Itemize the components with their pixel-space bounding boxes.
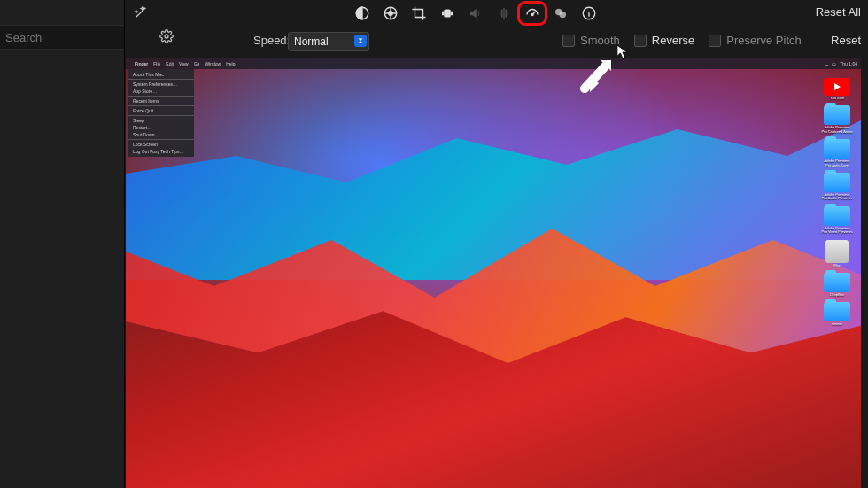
library-sidebar (0, 0, 125, 488)
reset-button[interactable]: Reset (831, 34, 861, 47)
svg-point-7 (531, 13, 533, 15)
annotation-arrow-icon (579, 58, 615, 94)
speed-icon[interactable] (524, 5, 540, 21)
macos-wallpaper (126, 58, 861, 488)
color-balance-icon[interactable] (354, 5, 370, 21)
magic-wand-icon[interactable] (133, 4, 159, 22)
svg-point-0 (165, 35, 168, 38)
svg-rect-6 (451, 12, 453, 16)
gear-icon[interactable] (159, 29, 174, 45)
search-input[interactable] (0, 27, 159, 48)
macos-menubar: Finder File Edit View Go Window Help ⚊ ▭… (126, 58, 861, 69)
smooth-checkbox[interactable]: Smooth (562, 34, 620, 47)
speed-tab-highlight (517, 1, 547, 26)
reset-all-button[interactable]: Reset All (816, 5, 861, 19)
info-icon[interactable] (581, 5, 597, 21)
desktop-icons: YouTubeAdobe Premiere Pro Captured Audio… (817, 78, 857, 327)
svg-point-3 (389, 12, 393, 16)
chevron-down-icon (354, 35, 367, 47)
menubar-app: Finder (135, 61, 148, 66)
speed-select[interactable]: Normal (288, 32, 369, 51)
svg-rect-4 (444, 10, 451, 18)
preserve-pitch-checkbox[interactable]: Preserve Pitch (709, 34, 802, 47)
speed-options: Smooth Reverse Preserve Pitch (562, 34, 802, 47)
stabilize-icon[interactable] (439, 5, 455, 21)
speed-label: Speed: (253, 34, 290, 47)
crop-icon[interactable] (411, 5, 427, 21)
color-wheel-icon[interactable] (383, 5, 399, 21)
wifi-icon: ⚊ (825, 61, 828, 66)
svg-point-9 (560, 12, 567, 19)
effects-icon[interactable] (553, 5, 569, 21)
speed-value: Normal (294, 35, 329, 48)
svg-rect-5 (442, 12, 444, 16)
apple-menu: About This MacSystem Preferences…App Sto… (128, 69, 194, 157)
cursor-icon (616, 44, 629, 60)
noise-reduction-icon[interactable] (496, 5, 512, 21)
volume-icon[interactable] (468, 5, 484, 21)
video-preview: Finder File Edit View Go Window Help ⚊ ▭… (126, 58, 861, 488)
reverse-checkbox[interactable]: Reverse (634, 34, 694, 47)
inspector-tabs (354, 4, 597, 23)
battery-icon: ▭ (832, 61, 836, 66)
